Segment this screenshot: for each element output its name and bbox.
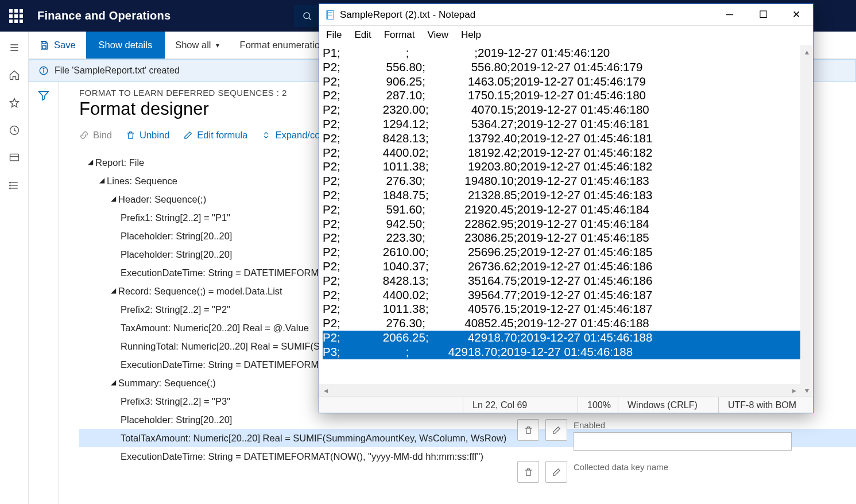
notepad-line: P3; ; 42918.70;2019-12-27 01:45:46:188 bbox=[323, 345, 809, 359]
window-controls: ─ ☐ ✕ bbox=[713, 4, 813, 26]
notepad-line: P2; 8428.13; 13792.40;2019-12-27 01:45:4… bbox=[323, 131, 809, 146]
app-launcher-button[interactable] bbox=[0, 0, 32, 32]
info-icon bbox=[38, 65, 49, 76]
save-button[interactable]: Save bbox=[29, 32, 86, 59]
scroll-left-icon[interactable]: ◂ bbox=[319, 384, 332, 397]
notepad-line: P2; 1848.75; 21328.85;2019-12-27 01:45:4… bbox=[323, 188, 809, 203]
show-all-dropdown[interactable]: Show all▾ bbox=[165, 32, 229, 59]
trash-icon bbox=[126, 130, 135, 140]
svg-line-1 bbox=[309, 18, 311, 20]
svg-rect-24 bbox=[327, 10, 328, 19]
properties-column: Enabled Collected data key name bbox=[517, 414, 856, 493]
minimize-button[interactable]: ─ bbox=[713, 4, 746, 26]
notepad-line: P2; 2066.25; 42918.70;2019-12-27 01:45:4… bbox=[323, 331, 809, 345]
save-icon bbox=[39, 40, 49, 51]
notepad-line: P2; 906.25; 1463.05;2019-12-27 01:45:46:… bbox=[323, 75, 809, 89]
notepad-line: P2; 276.30; 40852.45;2019-12-27 01:45:46… bbox=[323, 316, 809, 331]
close-button[interactable]: ✕ bbox=[780, 4, 813, 26]
delete-button[interactable] bbox=[517, 419, 539, 441]
notepad-line: P2; 8428.13; 35164.75;2019-12-27 01:45:4… bbox=[323, 274, 809, 288]
svg-point-19 bbox=[43, 68, 44, 69]
notepad-line: P2; 942.50; 22862.95;2019-12-27 01:45:46… bbox=[323, 217, 809, 231]
prop-enabled-row: Enabled bbox=[517, 419, 856, 451]
menu-edit[interactable]: Edit bbox=[354, 29, 371, 41]
horizontal-scrollbar[interactable]: ◂ ▸ bbox=[319, 384, 800, 397]
edit-button[interactable] bbox=[545, 461, 567, 483]
notepad-line: P2; 1011.38; 40576.15;2019-12-27 01:45:4… bbox=[323, 302, 809, 316]
recent-button[interactable] bbox=[9, 125, 20, 136]
notepad-line: P2; 4400.02; 39564.77;2019-12-27 01:45:4… bbox=[323, 288, 809, 303]
expand-icon bbox=[261, 130, 271, 140]
menu-file[interactable]: File bbox=[326, 29, 342, 41]
vertical-scrollbar[interactable]: ▴ ▾ bbox=[800, 45, 813, 397]
notepad-line: P2; 1294.12; 5364.27;2019-12-27 01:45:46… bbox=[323, 117, 809, 131]
show-details-button[interactable]: Show details bbox=[86, 32, 165, 59]
notepad-line: P2; 2320.00; 4070.15;2019-12-27 01:45:46… bbox=[323, 103, 809, 117]
edit-icon bbox=[183, 130, 193, 140]
delete-button[interactable] bbox=[517, 461, 539, 483]
unbind-action[interactable]: Unbind bbox=[126, 130, 169, 141]
status-eol: Windows (CRLF) bbox=[618, 397, 718, 413]
notepad-line: P2; 287.10; 1750.15;2019-12-27 01:45:46:… bbox=[323, 88, 809, 103]
notepad-line: P2; 276.30; 19480.10;2019-12-27 01:45:46… bbox=[323, 174, 809, 188]
favorites-button[interactable] bbox=[9, 97, 20, 108]
notepad-body[interactable]: P1; ; ;2019-12-27 01:45:46:120P2; 556.80… bbox=[319, 44, 813, 413]
svg-point-0 bbox=[304, 13, 310, 19]
notepad-line: P2; 223.30; 23086.25;2019-12-27 01:45:46… bbox=[323, 231, 809, 245]
notepad-titlebar[interactable]: SampleReport (2).txt - Notepad ─ ☐ ✕ bbox=[319, 4, 813, 26]
notepad-line: P2; 591.60; 21920.45;2019-12-27 01:45:46… bbox=[323, 203, 809, 217]
enabled-label: Enabled bbox=[574, 420, 792, 430]
notepad-line: P2; 1011.38; 19203.80;2019-12-27 01:45:4… bbox=[323, 160, 809, 174]
svg-point-12 bbox=[9, 182, 10, 183]
menu-format[interactable]: Format bbox=[384, 29, 415, 41]
notepad-line: P2; 1040.37; 26736.62;2019-12-27 01:45:4… bbox=[323, 259, 809, 274]
edit-button[interactable] bbox=[545, 419, 567, 441]
notepad-line: P2; 556.80; 556.80;2019-12-27 01:45:46:1… bbox=[323, 60, 809, 75]
bind-action[interactable]: Bind bbox=[79, 130, 112, 141]
notepad-statusbar: Ln 22, Col 69 100% Windows (CRLF) UTF-8 … bbox=[319, 397, 813, 413]
svg-marker-5 bbox=[10, 99, 18, 107]
menu-button[interactable] bbox=[9, 42, 20, 53]
status-enc: UTF-8 with BOM bbox=[718, 397, 813, 413]
notepad-title: SampleReport (2).txt - Notepad bbox=[340, 9, 475, 21]
scroll-down-icon[interactable]: ▾ bbox=[800, 384, 813, 397]
status-zoom: 100% bbox=[578, 397, 618, 413]
menu-help[interactable]: Help bbox=[461, 29, 481, 41]
svg-rect-7 bbox=[10, 154, 18, 161]
notepad-line: P2; 2610.00; 25696.25;2019-12-27 01:45:4… bbox=[323, 245, 809, 259]
save-label: Save bbox=[54, 40, 76, 51]
workspaces-button[interactable] bbox=[9, 152, 20, 164]
scroll-right-icon[interactable]: ▸ bbox=[788, 384, 800, 397]
scroll-up-icon[interactable]: ▴ bbox=[800, 45, 813, 58]
notepad-line: P2; 4400.02; 18192.42;2019-12-27 01:45:4… bbox=[323, 146, 809, 160]
app-title: Finance and Operations bbox=[37, 9, 171, 22]
info-text: File 'SampleReport.txt' created bbox=[55, 65, 180, 76]
filter-icon[interactable] bbox=[37, 89, 50, 102]
left-nav-rail bbox=[0, 32, 29, 504]
collected-label: Collected data key name bbox=[574, 462, 668, 472]
svg-rect-16 bbox=[42, 45, 46, 48]
maximize-button[interactable]: ☐ bbox=[746, 4, 780, 26]
svg-point-14 bbox=[9, 188, 10, 189]
menu-view[interactable]: View bbox=[428, 29, 449, 41]
filter-pane bbox=[29, 82, 59, 504]
home-button[interactable] bbox=[9, 69, 20, 81]
enabled-field[interactable] bbox=[574, 432, 792, 451]
svg-point-13 bbox=[9, 185, 10, 186]
notepad-icon bbox=[325, 10, 335, 20]
link-icon bbox=[79, 130, 89, 140]
notepad-window: SampleReport (2).txt - Notepad ─ ☐ ✕ Fil… bbox=[319, 3, 814, 413]
notepad-menu: File Edit Format View Help bbox=[319, 26, 813, 44]
status-pos: Ln 22, Col 69 bbox=[463, 397, 578, 413]
waffle-icon bbox=[9, 9, 23, 23]
svg-rect-15 bbox=[42, 41, 46, 44]
modules-button[interactable] bbox=[9, 180, 20, 191]
edit-formula-action[interactable]: Edit formula bbox=[183, 130, 247, 141]
search-icon bbox=[302, 11, 312, 21]
chevron-down-icon: ▾ bbox=[216, 41, 219, 49]
prop-collected-row: Collected data key name bbox=[517, 461, 856, 483]
notepad-line: P1; ; ;2019-12-27 01:45:46:120 bbox=[323, 46, 809, 60]
